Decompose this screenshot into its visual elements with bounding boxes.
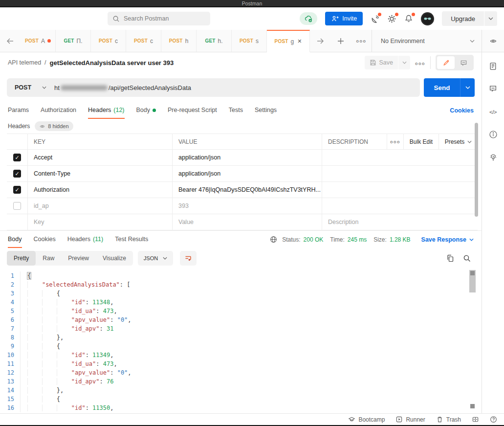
response-tab-test-results[interactable]: Test Results — [115, 231, 148, 248]
hidden-headers-toggle[interactable]: 8 hidden — [35, 121, 73, 131]
comments-icon[interactable] — [489, 85, 497, 93]
api-network-button[interactable] — [371, 14, 379, 23]
help-button[interactable] — [490, 416, 497, 423]
response-tab-cookies[interactable]: Cookies — [34, 231, 56, 248]
back-button[interactable] — [0, 30, 21, 52]
environment-selector[interactable]: No Environment — [372, 30, 482, 52]
header-description-cell[interactable] — [322, 150, 387, 165]
tab-authorization[interactable]: Authorization — [41, 102, 76, 119]
tab-headers[interactable]: Headers(12) — [88, 102, 124, 119]
code-line: 16 "id": 11350, — [0, 404, 482, 412]
header-key-cell[interactable]: Authorization — [27, 182, 172, 198]
view-tab-visualize[interactable]: Visualize — [96, 251, 133, 266]
tab-label: Body — [136, 107, 151, 113]
search-response-icon[interactable] — [463, 254, 471, 262]
two-pane-view-button[interactable] — [472, 416, 479, 423]
request-tab[interactable]: POSTA — [21, 30, 56, 52]
method-selector[interactable]: POST — [7, 84, 54, 91]
request-tab[interactable]: POSTg — [267, 30, 310, 52]
upgrade-button[interactable]: Upgrade — [442, 11, 484, 26]
tab-tests[interactable]: Tests — [229, 102, 243, 119]
request-tabs-row: ParamsAuthorizationHeaders(12)BodyPre-re… — [0, 102, 482, 119]
tab-body[interactable]: Body — [136, 102, 156, 119]
request-tab[interactable]: GETП. — [56, 30, 91, 52]
request-tab[interactable]: POSTs — [232, 30, 267, 52]
header-key-cell[interactable]: Content-Type — [27, 166, 172, 181]
runner-button[interactable]: Runner — [395, 416, 425, 423]
trash-button[interactable]: Trash — [436, 416, 461, 423]
send-button[interactable]: Send — [424, 78, 460, 97]
save-dropdown-button[interactable] — [398, 56, 410, 69]
request-tab[interactable]: GETh. — [197, 30, 232, 52]
environment-quick-look-button[interactable] — [482, 30, 504, 52]
header-description-cell[interactable] — [322, 166, 387, 181]
row-checkbox[interactable] — [13, 186, 21, 194]
header-value-cell[interactable]: Value — [172, 214, 322, 230]
tab-settings[interactable]: Settings — [255, 102, 277, 119]
header-value-cell[interactable]: 393 — [172, 198, 322, 214]
tab-options-icon[interactable] — [351, 30, 372, 52]
info-icon[interactable] — [489, 130, 498, 139]
token: 11350 — [92, 404, 110, 411]
header-key-cell[interactable]: id_ap — [27, 198, 172, 214]
bulk-edit-button[interactable]: Bulk Edit — [403, 134, 438, 149]
token: : — [100, 325, 107, 332]
response-tab-body[interactable]: Body — [8, 231, 22, 248]
header-value-cell[interactable]: application/json — [172, 166, 322, 181]
lightbulb-icon[interactable] — [489, 153, 498, 162]
bootcamp-button[interactable]: Bootcamp — [348, 416, 385, 423]
request-tab[interactable]: POSTc — [91, 30, 126, 52]
row-checkbox[interactable] — [13, 154, 21, 161]
response-body-editor[interactable]: 1{2 "selectedAnalysisData": [3 {4 "id": … — [0, 269, 482, 413]
close-icon[interactable] — [297, 38, 302, 45]
header-key-cell[interactable]: Key — [27, 214, 172, 230]
response-tab-headers[interactable]: Headers(11) — [67, 231, 104, 248]
response-scrollbar[interactable] — [469, 270, 476, 292]
upgrade-dropdown-button[interactable] — [484, 11, 497, 26]
request-tab[interactable]: POSTh — [161, 30, 197, 52]
tab-pre-request-script[interactable]: Pre-request Script — [168, 102, 217, 119]
sync-status-button[interactable] — [300, 12, 317, 25]
documentation-icon[interactable] — [489, 62, 497, 70]
wrap-line-button[interactable] — [180, 251, 197, 266]
row-checkbox[interactable] — [13, 170, 21, 178]
save-button[interactable]: Save — [365, 56, 398, 69]
table-more-options-icon[interactable] — [387, 134, 403, 149]
header-value-cell[interactable]: Bearer 476|IqQnaDysSDEQ0bAI49ICshzTV3tYR… — [172, 182, 322, 198]
view-tab-pretty[interactable]: Pretty — [7, 251, 36, 266]
row-checkbox[interactable] — [13, 202, 21, 210]
request-more-options-icon[interactable] — [415, 58, 425, 67]
tab-params[interactable]: Params — [8, 102, 29, 119]
header-description-cell[interactable] — [322, 198, 387, 214]
new-tab-button[interactable] — [330, 30, 351, 52]
breadcrumb-collection[interactable]: API telemed — [8, 59, 41, 66]
comments-button[interactable] — [455, 56, 472, 69]
forward-button[interactable] — [310, 30, 330, 52]
header-value-cell[interactable]: application/json — [172, 150, 322, 165]
view-tab-raw[interactable]: Raw — [36, 251, 61, 266]
save-response-button[interactable]: Save Response — [421, 236, 474, 243]
user-avatar[interactable] — [421, 12, 434, 25]
code-snippet-icon[interactable] — [489, 107, 497, 116]
code-line: 13 "id_apv": 76 — [0, 377, 482, 386]
settings-button[interactable] — [387, 14, 396, 23]
url-input[interactable]: ht /api/getSelectedAnalysisData — [54, 84, 191, 91]
search-input[interactable]: Search Postman — [108, 12, 210, 25]
cookies-link[interactable]: Cookies — [450, 107, 474, 114]
format-selector[interactable]: JSON — [138, 251, 173, 266]
invite-button[interactable]: Invite — [325, 12, 363, 25]
request-tab[interactable]: POSTc — [126, 30, 161, 52]
send-dropdown-button[interactable] — [460, 78, 475, 97]
header-key-cell[interactable]: Accept — [27, 150, 172, 165]
view-tab-preview[interactable]: Preview — [61, 251, 96, 266]
headers-scrollbar[interactable] — [475, 123, 478, 217]
header-description-cell[interactable] — [322, 182, 387, 198]
edit-mode-button[interactable] — [437, 56, 455, 69]
method-label: POST — [15, 84, 31, 91]
tab-count: (11) — [93, 236, 103, 243]
line-number: 9 — [0, 342, 21, 351]
notifications-bell-button[interactable] — [404, 14, 413, 23]
header-description-cell[interactable]: Description — [322, 214, 387, 230]
presets-dropdown[interactable]: Presets — [438, 134, 478, 149]
copy-icon[interactable] — [446, 254, 454, 262]
